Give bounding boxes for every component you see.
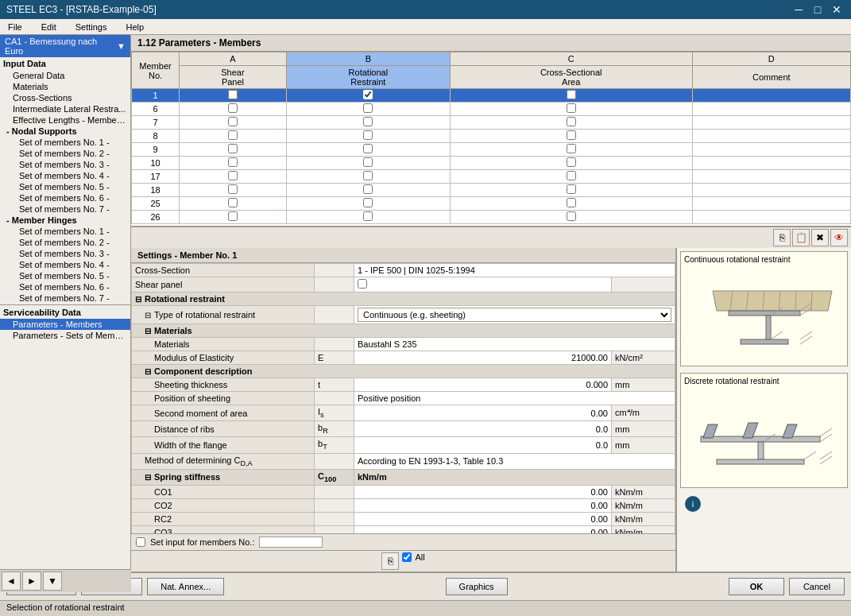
all-checkbox[interactable] [402,552,412,562]
value-sheeting-thick[interactable]: 0.000 [354,378,612,392]
checkbox-shear-10[interactable] [228,157,238,167]
cell-rot[interactable] [286,116,450,130]
table-row[interactable]: 18 [132,184,851,197]
sidebar-item-hinge-1[interactable]: Set of members No. 1 - [0,226,130,237]
checkbox-cross-25[interactable] [567,198,576,207]
menu-file[interactable]: File [3,21,27,33]
cell-rot[interactable] [286,103,450,116]
sidebar-section-serviceability[interactable]: Serviceability Data [0,306,130,319]
sidebar-item-hinge-7[interactable]: Set of members No. 7 - [0,293,130,304]
cell-comment[interactable] [692,184,850,197]
cell-rot[interactable] [286,143,450,157]
menu-edit[interactable]: Edit [37,21,61,33]
menu-help[interactable]: Help [121,21,149,33]
table-row[interactable]: 9 [132,143,851,157]
sidebar-item-hinge-6[interactable]: Set of members No. 6 - [0,281,130,293]
cell-shear[interactable] [180,116,287,130]
checkbox-shear-panel[interactable] [358,279,367,289]
sidebar-scroll[interactable]: Input Data General Data Materials Cross-… [0,57,130,571]
cell-rot[interactable] [286,170,450,184]
sidebar-item-nodal-4[interactable]: Set of members No. 4 - [0,170,130,181]
checkbox-rot-1[interactable] [363,90,373,99]
cancel-button[interactable]: Cancel [789,578,845,595]
value-second-moment[interactable]: 0.00 [354,405,612,421]
cell-shear[interactable] [180,211,287,224]
table-row[interactable]: 8 [132,130,851,143]
graphics-button[interactable]: Graphics [446,578,508,595]
settings-copy-button[interactable]: ⎘ [381,552,399,570]
toolbar-paste-button[interactable]: 📋 [792,229,810,246]
sidebar-item-nodal-2[interactable]: Set of members No. 2 - [0,148,130,159]
cell-comment[interactable] [692,143,850,157]
cell-shear[interactable] [180,103,287,116]
cell-comment[interactable] [692,103,850,116]
cell-cross[interactable] [450,89,692,103]
cell-cross[interactable] [450,211,692,224]
checkbox-rot-6[interactable] [363,103,373,113]
cell-comment[interactable] [692,89,850,103]
sidebar-item-nodal-3[interactable]: Set of members No. 3 - [0,159,130,170]
cell-comment[interactable] [692,211,850,224]
toolbar-view-button[interactable]: 👁 [830,229,848,246]
checkbox-shear-18[interactable] [228,184,238,194]
cell-cross[interactable] [450,157,692,170]
maximize-button[interactable]: □ [810,2,826,17]
table-row[interactable]: 7 [132,116,851,130]
checkbox-shear-8[interactable] [228,130,238,140]
checkbox-rot-26[interactable] [363,211,373,221]
sidebar-dropdown[interactable]: CA1 - Bemessung nach Euro ▼ [0,35,130,57]
checkbox-shear-6[interactable] [228,103,238,113]
select-rot-type[interactable]: Continuous (e.g. sheeting) [358,308,671,322]
cell-cross[interactable] [450,170,692,184]
sidebar-item-hinge-4[interactable]: Set of members No. 4 - [0,259,130,270]
sidebar-item-cross-sections[interactable]: Cross-Sections [0,92,130,103]
cell-rot[interactable] [286,211,450,224]
value-co2[interactable]: 0.00 [354,498,612,512]
cell-shear[interactable] [180,130,287,143]
value-rc2[interactable]: 0.00 [354,512,612,525]
value-co1[interactable]: 0.00 [354,485,612,498]
nat-annex-button[interactable]: Nat. Annex... [147,578,224,595]
cell-shear[interactable] [180,143,287,157]
cell-rot[interactable] [286,197,450,211]
checkbox-cross-9[interactable] [567,144,576,153]
info-button[interactable]: i [685,496,701,512]
value-modulus[interactable]: 21000.00 [354,351,612,365]
checkbox-rot-10[interactable] [363,157,373,167]
cell-cross[interactable] [450,130,692,143]
cell-cross[interactable] [450,184,692,197]
cell-shear[interactable] [180,170,287,184]
cell-rot[interactable] [286,157,450,170]
checkbox-shear-1[interactable] [228,90,238,99]
sidebar-item-hinge-2[interactable]: Set of members No. 2 - [0,237,130,248]
checkbox-cross-6[interactable] [567,103,576,113]
cell-shear[interactable] [180,157,287,170]
minimize-button[interactable]: ─ [791,2,807,17]
checkbox-cross-26[interactable] [567,211,576,221]
sidebar-item-params-sets[interactable]: Parameters - Sets of Membe... [0,330,130,341]
sidebar-item-lateral[interactable]: Intermediate Lateral Restra... [0,103,130,114]
sidebar-item-effective[interactable]: Effective Lengths - Members... [0,114,130,126]
checkbox-rot-25[interactable] [363,198,373,207]
sidebar-group-nodal[interactable]: - Nodal Supports [0,126,130,137]
table-row[interactable]: 6 [132,103,851,116]
cell-comment[interactable] [692,157,850,170]
checkbox-shear-17[interactable] [228,171,238,180]
close-button[interactable]: ✕ [829,2,845,17]
sidebar-item-params-members[interactable]: Parameters - Members [0,319,130,330]
checkbox-cross-7[interactable] [567,117,576,126]
checkbox-shear-7[interactable] [228,117,238,126]
cell-rot[interactable] [286,184,450,197]
toolbar-delete-button[interactable]: ✖ [811,229,829,246]
cell-cross[interactable] [450,116,692,130]
table-row[interactable]: 10 [132,157,851,170]
cell-cross[interactable] [450,197,692,211]
sidebar-group-hinges[interactable]: - Member Hinges [0,215,130,226]
menu-settings[interactable]: Settings [71,21,112,33]
members-input[interactable] [259,537,323,548]
cell-comment[interactable] [692,170,850,184]
value-shear-panel[interactable] [354,277,612,293]
set-input-checkbox[interactable] [136,537,145,547]
value-co3[interactable]: 0.00 [354,525,612,533]
cell-comment[interactable] [692,130,850,143]
